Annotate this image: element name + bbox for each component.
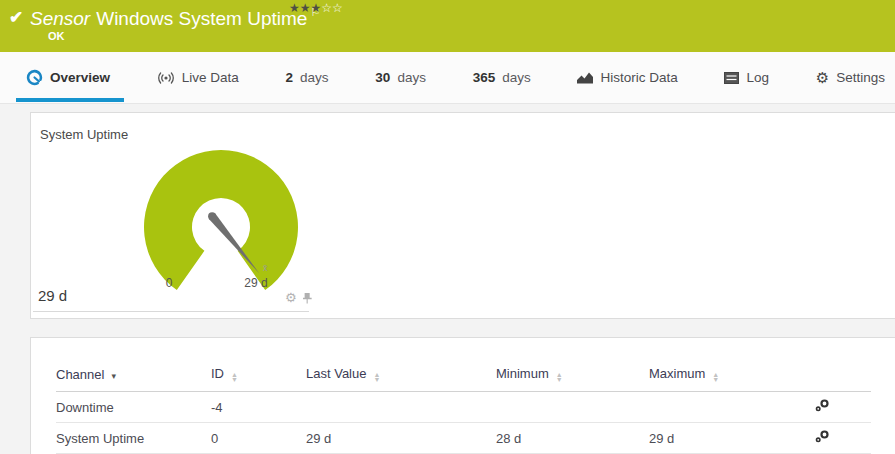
col-last-value[interactable]: Last Value▲▼	[306, 362, 496, 392]
table-row[interactable]: Downtime -4	[56, 392, 871, 423]
col-maximum[interactable]: Maximum▲▼	[649, 362, 791, 392]
tab-label: Live Data	[182, 70, 239, 85]
live-data-icon	[157, 71, 175, 85]
tab-log[interactable]: Log	[720, 52, 773, 104]
star-empty-icon[interactable]: ☆☆	[321, 1, 343, 15]
table-row[interactable]: System Uptime 0 29 d 28 d 29 d	[56, 423, 871, 454]
ok-check-icon: ✔	[9, 7, 23, 28]
tab-30-days[interactable]: 30 days	[371, 52, 430, 104]
tab-label: Settings	[836, 70, 885, 85]
tab-label: Overview	[50, 70, 110, 85]
gear-icon: ⚙	[816, 71, 829, 85]
sort-icon: ▲▼	[556, 372, 563, 382]
col-channel[interactable]: Channel▾	[56, 362, 211, 392]
sort-icon: ▲▼	[373, 372, 380, 382]
tab-label: Log	[746, 70, 769, 85]
gauge-ring	[144, 150, 298, 290]
col-id[interactable]: ID▲▼	[211, 362, 306, 392]
channel-last-value	[306, 392, 496, 423]
sensor-type-label: Sensor	[30, 8, 90, 29]
overview-panel: System Uptime x̄ 29 d 0 29 d ⚙	[30, 112, 895, 319]
sensor-title: SensorWindows System Uptime⚐	[30, 6, 320, 30]
gauge-scale-min: 0	[161, 276, 177, 290]
sensor-status-header: ✔ SensorWindows System Uptime⚐ ★★★☆☆ OK	[0, 0, 895, 52]
channel-table: Channel▾ ID▲▼ Last Value▲▼ Minimum▲▼ Max…	[56, 362, 871, 454]
gauge-icon	[26, 69, 43, 86]
channel-id: -4	[211, 392, 306, 423]
tab-overview[interactable]: Overview	[22, 52, 114, 104]
gauge-scale-max: 29 d	[241, 276, 271, 290]
col-settings	[791, 362, 871, 392]
channel-maximum: 29 d	[649, 423, 791, 454]
gauge-toolbar: ⚙	[285, 292, 312, 304]
col-minimum[interactable]: Minimum▲▼	[496, 362, 649, 392]
channel-last-value: 29 d	[306, 423, 496, 454]
channel-name[interactable]: System Uptime	[56, 423, 211, 454]
tab-365-days[interactable]: 365 days	[469, 52, 535, 104]
average-marker: x̄	[263, 263, 268, 273]
status-badge: OK	[48, 30, 65, 42]
gauge-title: System Uptime	[40, 127, 128, 142]
tab-label: Historic Data	[600, 70, 677, 85]
tab-2-days[interactable]: 2 days	[282, 52, 333, 104]
tab-historic-data[interactable]: Historic Data	[573, 52, 681, 104]
sort-icon: ▲▼	[231, 372, 238, 382]
channel-minimum	[496, 392, 649, 423]
channel-name[interactable]: Downtime	[56, 392, 211, 423]
priority-stars[interactable]: ★★★☆☆	[289, 1, 343, 15]
sensor-name: Windows System Uptime	[96, 8, 307, 29]
tab-settings[interactable]: ⚙ Settings	[812, 52, 889, 104]
sort-icon: ▲▼	[712, 372, 719, 382]
pin-icon[interactable]	[303, 293, 312, 304]
star-filled-icon[interactable]: ★★★	[289, 1, 321, 15]
channel-maximum	[649, 392, 791, 423]
area-chart-icon	[577, 71, 593, 84]
sort-desc-icon: ▾	[111, 371, 116, 381]
gauge-widget-divider	[33, 311, 309, 312]
channel-settings-icon[interactable]	[815, 430, 829, 443]
channel-settings-icon[interactable]	[815, 399, 829, 412]
tab-bar: Overview Live Data 2 days 30 days 365 da…	[0, 52, 895, 104]
gauge-current-value: 29 d	[38, 287, 67, 304]
channel-id: 0	[211, 423, 306, 454]
table-header-row: Channel▾ ID▲▼ Last Value▲▼ Minimum▲▼ Max…	[56, 362, 871, 392]
channel-minimum: 28 d	[496, 423, 649, 454]
channels-panel: Channel▾ ID▲▼ Last Value▲▼ Minimum▲▼ Max…	[30, 337, 895, 454]
log-icon	[724, 72, 739, 84]
gauge-settings-icon[interactable]: ⚙	[285, 292, 297, 304]
tab-live-data[interactable]: Live Data	[153, 52, 243, 104]
